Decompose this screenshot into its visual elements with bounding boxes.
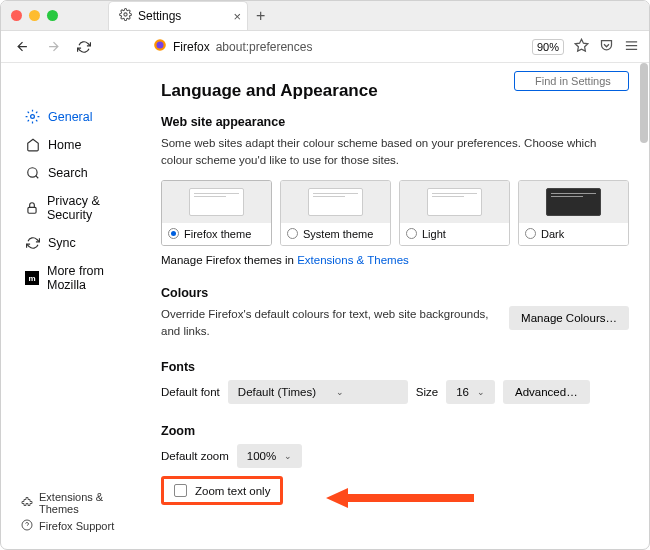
fonts-advanced-button[interactable]: Advanced… (503, 380, 590, 404)
browser-tab[interactable]: Settings × (108, 1, 248, 30)
svg-point-9 (31, 115, 35, 119)
theme-thumbnail (400, 181, 509, 223)
sidebar-item-privacy[interactable]: Privacy & Security (21, 188, 143, 228)
theme-thumbnail (162, 181, 271, 223)
sidebar: General Home Search Privacy & Security S… (1, 63, 151, 549)
default-font-value: Default (Times) (238, 386, 316, 398)
window-controls (11, 10, 58, 21)
theme-option[interactable]: Firefox theme (161, 180, 272, 246)
default-zoom-label: Default zoom (161, 450, 229, 462)
svg-marker-15 (326, 488, 474, 508)
url-domain: Firefox (173, 40, 210, 54)
url-bar[interactable]: Firefox about:preferences (153, 38, 312, 55)
chevron-down-icon: ⌄ (336, 387, 344, 397)
sidebar-item-label: Sync (48, 236, 76, 250)
url-path: about:preferences (216, 40, 313, 54)
font-size-label: Size (416, 386, 438, 398)
theme-label: System theme (303, 228, 373, 240)
firefox-icon (153, 38, 167, 55)
manage-themes-text: Manage Firefox themes in (161, 254, 297, 266)
font-size-select[interactable]: 16 ⌄ (446, 380, 495, 404)
annotation-arrow-icon (326, 486, 476, 510)
sidebar-firefox-support[interactable]: Firefox Support (21, 519, 143, 533)
lock-icon (25, 201, 39, 215)
sidebar-item-sync[interactable]: Sync (21, 230, 143, 256)
close-tab-icon[interactable]: × (233, 9, 241, 24)
radio-icon (406, 228, 417, 239)
appearance-desc: Some web sites adapt their colour scheme… (161, 135, 629, 170)
sidebar-item-search[interactable]: Search (21, 160, 143, 186)
theme-thumbnail (519, 181, 628, 223)
titlebar: Settings × + (1, 1, 649, 31)
puzzle-icon (21, 496, 33, 510)
label: Extensions & Themes (39, 491, 143, 515)
question-icon (21, 519, 33, 533)
annotation-highlight: Zoom text only (161, 476, 283, 505)
colours-desc: Override Firefox's default colours for t… (161, 306, 497, 341)
label: Firefox Support (39, 520, 114, 532)
theme-option[interactable]: Light (399, 180, 510, 246)
close-window-button[interactable] (11, 10, 22, 21)
bookmark-star-icon[interactable] (574, 38, 589, 56)
svg-line-11 (35, 176, 38, 179)
page-heading: Language and Appearance (161, 81, 629, 101)
sync-icon (25, 236, 40, 250)
zoom-title: Zoom (161, 424, 629, 438)
reload-button[interactable] (73, 38, 95, 56)
search-icon (25, 166, 40, 180)
appearance-title: Web site appearance (161, 115, 629, 129)
default-font-label: Default font (161, 386, 220, 398)
fonts-title: Fonts (161, 360, 629, 374)
zoom-indicator[interactable]: 90% (532, 39, 564, 55)
manage-colours-button[interactable]: Manage Colours… (509, 306, 629, 330)
theme-label: Light (422, 228, 446, 240)
sidebar-item-general[interactable]: General (21, 103, 143, 130)
sidebar-item-label: More from Mozilla (47, 264, 139, 292)
svg-point-0 (124, 13, 127, 16)
theme-label: Dark (541, 228, 564, 240)
chevron-down-icon: ⌄ (284, 451, 292, 461)
main-content: Language and Appearance Web site appeara… (151, 63, 649, 549)
sidebar-item-more-mozilla[interactable]: m More from Mozilla (21, 258, 143, 298)
mozilla-icon: m (25, 271, 39, 285)
sidebar-item-home[interactable]: Home (21, 132, 143, 158)
chevron-down-icon: ⌄ (477, 387, 485, 397)
svg-marker-3 (575, 39, 588, 51)
svg-point-2 (157, 42, 164, 49)
forward-button[interactable] (42, 37, 65, 56)
theme-option[interactable]: Dark (518, 180, 629, 246)
sidebar-extensions-themes[interactable]: Extensions & Themes (21, 491, 143, 515)
zoom-text-only-checkbox[interactable] (174, 484, 187, 497)
theme-label: Firefox theme (184, 228, 251, 240)
gear-icon (25, 109, 40, 124)
default-zoom-value: 100% (247, 450, 276, 462)
sidebar-item-label: Home (48, 138, 81, 152)
theme-options: Firefox themeSystem themeLightDark (161, 180, 629, 246)
extensions-themes-link[interactable]: Extensions & Themes (297, 254, 409, 266)
default-zoom-select[interactable]: 100% ⌄ (237, 444, 302, 468)
toolbar: Firefox about:preferences 90% (1, 31, 649, 63)
pocket-icon[interactable] (599, 38, 614, 56)
radio-icon (168, 228, 179, 239)
theme-option[interactable]: System theme (280, 180, 391, 246)
menu-icon[interactable] (624, 38, 639, 56)
sidebar-item-label: General (48, 110, 92, 124)
minimize-window-button[interactable] (29, 10, 40, 21)
radio-icon (525, 228, 536, 239)
sidebar-item-label: Search (48, 166, 88, 180)
svg-rect-12 (28, 207, 36, 213)
gear-icon (119, 8, 132, 24)
new-tab-button[interactable]: + (256, 7, 265, 25)
font-size-value: 16 (456, 386, 469, 398)
default-font-select[interactable]: Default (Times) ⌄ (228, 380, 408, 404)
colours-title: Colours (161, 286, 629, 300)
sidebar-item-label: Privacy & Security (47, 194, 139, 222)
maximize-window-button[interactable] (47, 10, 58, 21)
svg-point-10 (27, 168, 36, 177)
radio-icon (287, 228, 298, 239)
back-button[interactable] (11, 37, 34, 56)
home-icon (25, 138, 40, 152)
zoom-text-only-label: Zoom text only (195, 485, 270, 497)
theme-thumbnail (281, 181, 390, 223)
tab-title: Settings (138, 9, 181, 23)
